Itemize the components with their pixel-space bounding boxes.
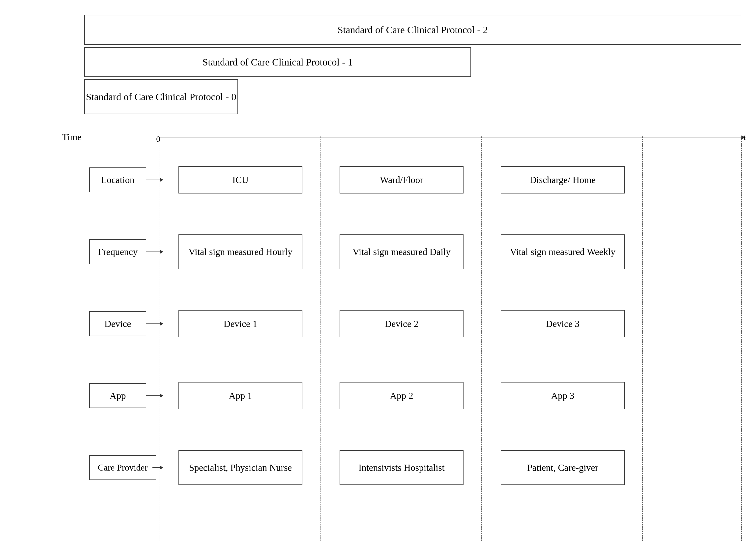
careprovider-col1-text: Specialist, Physician Nurse <box>189 462 292 473</box>
frequency-col1-text: Vital sign measured Hourly <box>189 246 292 257</box>
location-col3-box: Discharge/ Home <box>501 166 625 193</box>
time-label: Time <box>62 131 82 142</box>
location-col1-text: ICU <box>232 174 248 185</box>
time-axis-area: Time 0 t <box>84 124 744 141</box>
frequency-col2-text: Vital sign measured Daily <box>352 246 451 257</box>
location-arrow-line <box>146 179 160 180</box>
time-zero: 0 <box>156 134 160 144</box>
app-arrow-head-icon <box>160 394 163 398</box>
protocol-0-box: Standard of Care Clinical Protocol - 0 <box>84 79 238 114</box>
device-arrow-head-icon <box>160 322 163 326</box>
time-line <box>159 137 741 137</box>
careprovider-col3-text: Patient, Care-giver <box>527 462 598 473</box>
frequency-arrow-head-icon <box>160 250 163 254</box>
content-area: Location ICU Ward/Floor Discharge/ Home … <box>84 144 744 504</box>
location-arrow-head-icon <box>160 178 163 182</box>
careprovider-arrow <box>152 466 163 470</box>
device-col2-box: Device 2 <box>340 310 464 337</box>
careprovider-col2-text: Intensivists Hospitalist <box>358 462 444 473</box>
app-col3-text: App 3 <box>551 390 574 401</box>
device-col3-text: Device 3 <box>546 318 580 329</box>
app-col1-box: App 1 <box>178 382 302 409</box>
protocol-0-label: Standard of Care Clinical Protocol - 0 <box>86 91 236 103</box>
app-arrow <box>146 394 163 398</box>
device-col3-box: Device 3 <box>501 310 625 337</box>
frequency-arrow <box>146 250 163 254</box>
location-label: Location <box>101 174 134 185</box>
row-careprovider: Care Provider Specialist, Physician Nurs… <box>84 432 744 504</box>
row-device: Device Device 1 Device 2 Device 3 <box>84 288 744 360</box>
frequency-col3-box: Vital sign measured Weekly <box>501 234 625 269</box>
main-container: Standard of Care Clinical Protocol - 2 S… <box>84 15 744 526</box>
app-col1-text: App 1 <box>229 390 252 401</box>
frequency-col2-box: Vital sign measured Daily <box>340 234 464 269</box>
device-col1-text: Device 1 <box>224 318 257 329</box>
careprovider-col2-box: Intensivists Hospitalist <box>340 450 464 485</box>
app-col2-box: App 2 <box>340 382 464 409</box>
careprovider-col3-box: Patient, Care-giver <box>501 450 625 485</box>
careprovider-arrow-line <box>152 467 160 468</box>
frequency-label-box: Frequency <box>89 239 146 264</box>
location-col3-text: Discharge/ Home <box>530 174 596 185</box>
device-col1-box: Device 1 <box>178 310 302 337</box>
location-col2-box: Ward/Floor <box>340 166 464 193</box>
app-label-box: App <box>89 383 146 408</box>
device-label-box: Device <box>89 311 146 336</box>
row-location: Location ICU Ward/Floor Discharge/ Home <box>84 144 744 216</box>
row-frequency: Frequency Vital sign measured Hourly Vit… <box>84 216 744 288</box>
protocol-area: Standard of Care Clinical Protocol - 2 S… <box>84 15 744 124</box>
careprovider-label: Care Provider <box>98 462 148 473</box>
device-col2-text: Device 2 <box>385 318 418 329</box>
protocol-2-label: Standard of Care Clinical Protocol - 2 <box>338 24 488 36</box>
app-col2-text: App 2 <box>390 390 413 401</box>
location-col2-text: Ward/Floor <box>380 174 423 185</box>
frequency-label: Frequency <box>98 246 138 257</box>
app-arrow-line <box>146 395 160 396</box>
protocol-1-box: Standard of Care Clinical Protocol - 1 <box>84 47 471 77</box>
row-app: App App 1 App 2 App 3 <box>84 360 744 432</box>
app-label: App <box>110 390 126 401</box>
location-col1-box: ICU <box>178 166 302 193</box>
frequency-col1-box: Vital sign measured Hourly <box>178 234 302 269</box>
time-t-label: t <box>743 131 746 142</box>
protocol-1-label: Standard of Care Clinical Protocol - 1 <box>203 56 353 68</box>
frequency-arrow-line <box>146 251 160 252</box>
careprovider-label-box: Care Provider <box>89 455 156 480</box>
device-label: Device <box>104 318 131 329</box>
careprovider-col1-box: Specialist, Physician Nurse <box>178 450 302 485</box>
frequency-col3-text: Vital sign measured Weekly <box>510 246 615 257</box>
app-col3-box: App 3 <box>501 382 625 409</box>
location-arrow <box>146 178 163 182</box>
protocol-2-box: Standard of Care Clinical Protocol - 2 <box>84 15 741 45</box>
device-arrow <box>146 322 163 326</box>
device-arrow-line <box>146 324 160 324</box>
careprovider-arrow-head-icon <box>160 466 163 470</box>
location-label-box: Location <box>89 167 146 192</box>
